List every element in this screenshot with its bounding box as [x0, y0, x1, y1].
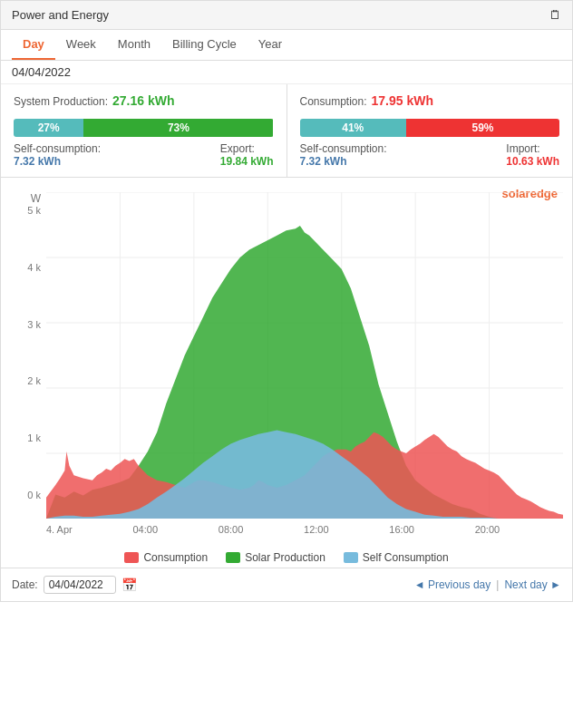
- legend-label-consumption: Consumption: [143, 551, 208, 564]
- export-icon[interactable]: 🗒: [549, 8, 561, 22]
- consumption-value: 17.95 kWh: [372, 93, 433, 108]
- y-tick-3k: 3 k: [27, 319, 41, 330]
- production-label: System Production:: [14, 95, 108, 108]
- legend-color-self: [344, 552, 358, 563]
- prod-bar-left: 27%: [14, 119, 83, 137]
- production-sub-stats: Self-consumption: 7.32 kWh Export: 19.84…: [14, 142, 274, 168]
- prod-export-value: 19.84 kWh: [220, 155, 274, 168]
- date-label: Date:: [12, 578, 38, 591]
- stats-row: System Production: 27.16 kWh 27% 73% Sel…: [1, 84, 572, 178]
- legend-color-solar: [226, 552, 240, 563]
- chart-area: solaredge W 5 k 4 k 3 k 2 k 1 k 0 k: [1, 178, 572, 519]
- x-label-8: 08:00: [219, 524, 244, 535]
- consumption-progress: 41% 59%: [300, 119, 560, 137]
- next-day-link[interactable]: Next day ►: [504, 578, 561, 591]
- y-tick-4k: 4 k: [27, 262, 41, 273]
- x-label-end: [560, 524, 563, 535]
- footer: Date: 📅 ◄ Previous day | Next day ►: [1, 568, 572, 601]
- tab-year[interactable]: Year: [248, 30, 293, 60]
- tab-month[interactable]: Month: [107, 30, 161, 60]
- consumption-box: Consumption: 17.95 kWh 41% 59% Self-cons…: [287, 84, 573, 177]
- tab-billing-cycle[interactable]: Billing Cycle: [161, 30, 248, 60]
- legend-color-consumption: [124, 552, 139, 563]
- prod-self-value: 7.32 kWh: [14, 155, 101, 168]
- legend-solar: Solar Production: [226, 551, 325, 564]
- consumption-sub-stats: Self-consumption: 7.32 kWh Import: 10.63…: [300, 142, 560, 168]
- x-label-4: 04:00: [133, 524, 159, 535]
- prev-day-link[interactable]: ◄ Previous day: [414, 578, 491, 591]
- y-tick-0k: 0 k: [27, 490, 41, 500]
- x-label-20: 20:00: [475, 524, 500, 535]
- legend-label-self: Self Consumption: [363, 551, 449, 564]
- production-value: 27.16 kWh: [112, 93, 174, 108]
- nav-separator: |: [496, 578, 499, 591]
- legend-self-consumption: Self Consumption: [344, 551, 449, 564]
- legend-consumption: Consumption: [124, 551, 208, 564]
- current-date: 04/04/2022: [1, 61, 572, 84]
- y-tick-5k: 5 k: [27, 205, 41, 216]
- footer-date-section: Date: 📅: [12, 576, 137, 594]
- date-input[interactable]: [44, 576, 116, 594]
- x-label-12: 12:00: [304, 524, 329, 535]
- x-label-16: 16:00: [389, 524, 414, 535]
- production-progress: 27% 73%: [14, 119, 274, 137]
- tab-day[interactable]: Day: [12, 30, 55, 60]
- legend-label-solar: Solar Production: [245, 551, 325, 564]
- y-tick-2k: 2 k: [27, 375, 41, 386]
- consumption-label: Consumption:: [300, 95, 367, 108]
- cons-bar-left: 41%: [300, 119, 406, 137]
- tab-week[interactable]: Week: [55, 30, 107, 60]
- prod-bar-right: 73%: [83, 119, 273, 137]
- cons-bar-right: 59%: [406, 119, 559, 137]
- tabs-container: Day Week Month Billing Cycle Year: [1, 30, 572, 61]
- cons-self-label: Self-consumption:: [300, 142, 387, 155]
- prod-self-label: Self-consumption:: [14, 142, 101, 155]
- y-axis-label: W: [31, 192, 41, 205]
- x-label-0: 4. Apr: [46, 524, 73, 535]
- y-tick-1k: 1 k: [27, 432, 41, 443]
- chart-legend: Consumption Solar Production Self Consum…: [1, 544, 572, 568]
- panel-title: Power and Energy: [12, 8, 109, 22]
- footer-nav: ◄ Previous day | Next day ►: [414, 578, 561, 591]
- cons-import-value: 10.63 kWh: [506, 155, 559, 168]
- cons-import-label: Import:: [506, 142, 559, 155]
- production-box: System Production: 27.16 kWh 27% 73% Sel…: [1, 84, 287, 177]
- cons-self-value: 7.32 kWh: [300, 155, 387, 168]
- chart-svg: [46, 192, 563, 519]
- prod-export-label: Export:: [220, 142, 274, 155]
- calendar-icon[interactable]: 📅: [121, 578, 137, 592]
